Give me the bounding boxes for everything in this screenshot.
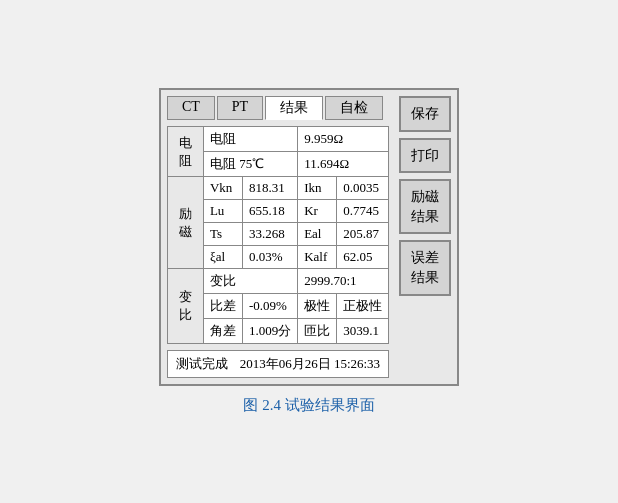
table-cell: 1.009分 [242, 319, 297, 344]
data-table: 电 阻电阻9.959Ω电阻 75℃11.694Ω励 磁Vkn818.31Ikn0… [167, 126, 389, 344]
table-row: 电 阻电阻9.959Ω [167, 127, 388, 152]
table-cell: 0.03% [242, 246, 297, 269]
table-cell: 电阻 [203, 127, 297, 152]
status-left: 测试完成 [176, 355, 228, 373]
table-row: 励 磁Vkn818.31Ikn0.0035 [167, 177, 388, 200]
outer-container: CTPT结果自检 电 阻电阻9.959Ω电阻 75℃11.694Ω励 磁Vkn8… [159, 88, 459, 415]
table-cell: 11.694Ω [298, 152, 389, 177]
table-cell: 极性 [298, 294, 337, 319]
status-bar: 测试完成 2013年06月26日 15:26:33 [167, 350, 389, 378]
status-right: 2013年06月26日 15:26:33 [240, 355, 380, 373]
tab-自检[interactable]: 自检 [325, 96, 383, 120]
table-cell: 33.268 [242, 223, 297, 246]
row-header: 励 磁 [167, 177, 203, 269]
table-cell: Kr [298, 200, 337, 223]
row-header: 电 阻 [167, 127, 203, 177]
table-cell: 655.18 [242, 200, 297, 223]
caption: 图 2.4 试验结果界面 [243, 396, 374, 415]
table-cell: Lu [203, 200, 242, 223]
table-cell: Vkn [203, 177, 242, 200]
table-cell: 角差 [203, 319, 242, 344]
table-cell: ξal [203, 246, 242, 269]
table-cell: 比差 [203, 294, 242, 319]
table-cell: 9.959Ω [298, 127, 389, 152]
table-row: 变 比变比2999.70:1 [167, 269, 388, 294]
tabs: CTPT结果自检 [167, 96, 389, 120]
left-section: CTPT结果自检 电 阻电阻9.959Ω电阻 75℃11.694Ω励 磁Vkn8… [167, 96, 389, 378]
right-buttons: 保存打印励磁 结果误差 结果 [399, 96, 451, 378]
table-cell: 匝比 [298, 319, 337, 344]
table-cell: 变比 [203, 269, 297, 294]
table-cell: 0.0035 [337, 177, 389, 200]
table-cell: -0.09% [242, 294, 297, 319]
action-button-励磁结果[interactable]: 励磁 结果 [399, 179, 451, 234]
table-cell: 3039.1 [337, 319, 389, 344]
table-cell: 正极性 [337, 294, 389, 319]
action-button-打印[interactable]: 打印 [399, 138, 451, 174]
row-header: 变 比 [167, 269, 203, 344]
table-cell: 0.7745 [337, 200, 389, 223]
action-button-保存[interactable]: 保存 [399, 96, 451, 132]
tab-CT[interactable]: CT [167, 96, 215, 120]
action-button-误差结果[interactable]: 误差 结果 [399, 240, 451, 295]
table-cell: 电阻 75℃ [203, 152, 297, 177]
table-cell: 818.31 [242, 177, 297, 200]
table-cell: 205.87 [337, 223, 389, 246]
table-cell: Ts [203, 223, 242, 246]
table-cell: Ikn [298, 177, 337, 200]
tab-结果[interactable]: 结果 [265, 96, 323, 120]
main-panel: CTPT结果自检 电 阻电阻9.959Ω电阻 75℃11.694Ω励 磁Vkn8… [159, 88, 459, 386]
table-cell: 2999.70:1 [298, 269, 389, 294]
table-cell: 62.05 [337, 246, 389, 269]
tab-PT[interactable]: PT [217, 96, 263, 120]
table-cell: Kalf [298, 246, 337, 269]
table-cell: Eal [298, 223, 337, 246]
